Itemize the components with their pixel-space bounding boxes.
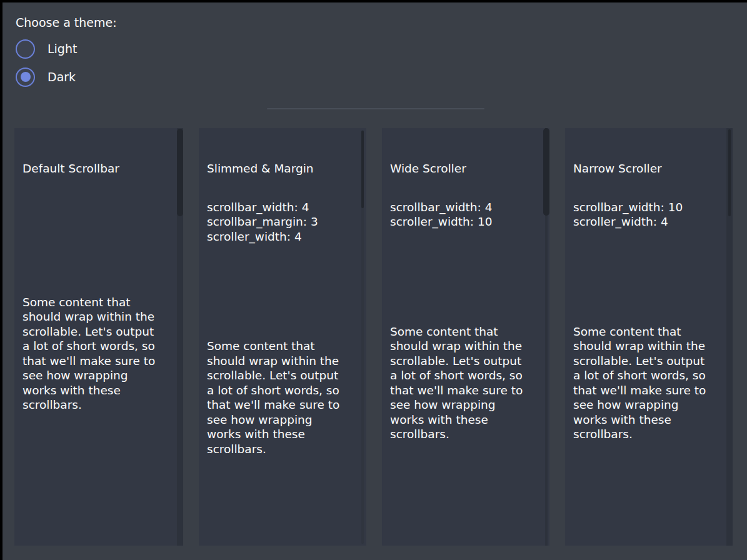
- panel-title: Narrow Scroller: [573, 161, 723, 176]
- radio-label-light: Light: [48, 42, 77, 56]
- panel-title: Wide Scroller: [390, 161, 539, 176]
- radio-option-dark[interactable]: Dark: [16, 67, 117, 87]
- scroll-panel-default[interactable]: Default Scrollbar Some content that shou…: [14, 128, 183, 546]
- panel-content: Slimmed & Margin scrollbar_width: 4 scro…: [199, 128, 366, 546]
- scrollbar-thumb[interactable]: [177, 129, 183, 216]
- panel-body-text: Some content that should wrap within the…: [390, 324, 539, 442]
- radio-option-light[interactable]: Light: [16, 39, 117, 59]
- panel-properties: scrollbar_width: 10 scroller_width: 4: [573, 200, 723, 229]
- scrollbar-thumb[interactable]: [728, 129, 731, 216]
- panel-properties: scrollbar_width: 4 scrollbar_margin: 3 s…: [207, 200, 356, 244]
- scrollbar-thumb[interactable]: [361, 131, 364, 208]
- scrollbar-thumb[interactable]: [543, 128, 549, 216]
- panel-title: Slimmed & Margin: [207, 161, 356, 176]
- theme-chooser: Choose a theme: Light Dark: [16, 15, 117, 95]
- scroll-panel-narrow-scroller[interactable]: Narrow Scroller scrollbar_width: 10 scro…: [565, 128, 733, 546]
- panel-body-text: Some content that should wrap within the…: [573, 324, 723, 442]
- theme-label: Choose a theme:: [16, 15, 117, 30]
- panel-content: Wide Scroller scrollbar_width: 4 scrolle…: [382, 128, 549, 546]
- panel-body-text: Some content that should wrap within the…: [23, 295, 173, 412]
- radio-button-icon[interactable]: [16, 68, 35, 87]
- panel-body-text: Some content that should wrap within the…: [207, 339, 356, 456]
- radio-label-dark: Dark: [48, 70, 76, 84]
- panel-content: Narrow Scroller scrollbar_width: 10 scro…: [565, 128, 733, 546]
- scroll-panel-wide-scroller[interactable]: Wide Scroller scrollbar_width: 4 scrolle…: [382, 128, 549, 546]
- panel-content: Default Scrollbar Some content that shou…: [14, 128, 183, 546]
- app-background: Choose a theme: Light Dark Default Scrol…: [3, 2, 747, 560]
- radio-selected-dot: [21, 72, 31, 82]
- scrollable-panels-row: Default Scrollbar Some content that shou…: [14, 128, 747, 548]
- radio-button-icon[interactable]: [16, 39, 35, 59]
- scroll-panel-slimmed-margin[interactable]: Slimmed & Margin scrollbar_width: 4 scro…: [199, 128, 366, 546]
- panel-title: Default Scrollbar: [23, 161, 173, 176]
- panel-properties: scrollbar_width: 4 scroller_width: 10: [390, 200, 539, 229]
- section-divider: [267, 108, 484, 109]
